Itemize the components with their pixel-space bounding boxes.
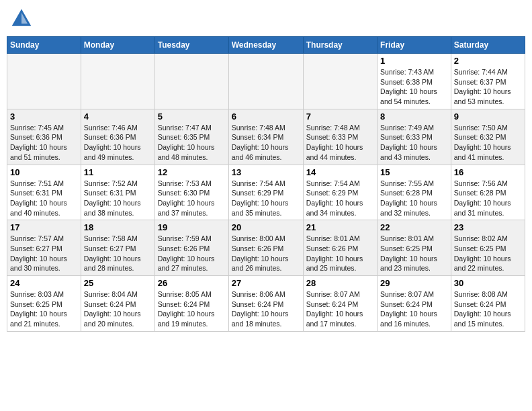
calendar-cell bbox=[154, 54, 228, 109]
day-number: 25 bbox=[84, 278, 152, 288]
day-number: 14 bbox=[306, 167, 374, 177]
weekday-header: Wednesday bbox=[228, 37, 303, 54]
day-number: 13 bbox=[232, 167, 300, 177]
day-info: Sunrise: 8:01 AMSunset: 6:25 PMDaylight:… bbox=[380, 234, 448, 273]
calendar-cell: 26Sunrise: 8:05 AMSunset: 6:24 PMDayligh… bbox=[154, 276, 228, 332]
day-number: 21 bbox=[306, 222, 374, 232]
day-number: 16 bbox=[454, 167, 522, 177]
day-info: Sunrise: 7:56 AMSunset: 6:28 PMDaylight:… bbox=[454, 179, 522, 218]
day-number: 5 bbox=[158, 111, 226, 122]
day-number: 6 bbox=[232, 111, 300, 122]
day-number: 10 bbox=[10, 167, 78, 177]
day-number: 17 bbox=[10, 222, 78, 232]
day-number: 4 bbox=[84, 111, 152, 122]
calendar-cell bbox=[81, 54, 154, 109]
day-info: Sunrise: 7:48 AMSunset: 6:33 PMDaylight:… bbox=[306, 123, 374, 163]
calendar-cell: 4Sunrise: 7:46 AMSunset: 6:36 PMDaylight… bbox=[81, 109, 154, 165]
calendar-cell: 25Sunrise: 8:04 AMSunset: 6:24 PMDayligh… bbox=[81, 276, 154, 332]
calendar-cell: 7Sunrise: 7:48 AMSunset: 6:33 PMDaylight… bbox=[303, 109, 377, 165]
calendar-cell: 30Sunrise: 8:08 AMSunset: 6:24 PMDayligh… bbox=[451, 276, 525, 332]
day-info: Sunrise: 7:54 AMSunset: 6:29 PMDaylight:… bbox=[232, 179, 300, 218]
calendar-week-row: 3Sunrise: 7:45 AMSunset: 6:36 PMDaylight… bbox=[7, 109, 525, 165]
calendar-week-row: 1Sunrise: 7:43 AMSunset: 6:38 PMDaylight… bbox=[7, 54, 525, 109]
calendar-cell: 18Sunrise: 7:58 AMSunset: 6:27 PMDayligh… bbox=[81, 220, 154, 276]
calendar-cell bbox=[303, 54, 377, 109]
day-number: 20 bbox=[232, 222, 300, 232]
day-info: Sunrise: 7:50 AMSunset: 6:32 PMDaylight:… bbox=[454, 123, 522, 163]
calendar-cell: 10Sunrise: 7:51 AMSunset: 6:31 PMDayligh… bbox=[7, 165, 81, 220]
day-number: 9 bbox=[454, 111, 522, 122]
calendar-cell: 23Sunrise: 8:02 AMSunset: 6:25 PMDayligh… bbox=[451, 220, 525, 276]
calendar-cell: 6Sunrise: 7:48 AMSunset: 6:34 PMDaylight… bbox=[228, 109, 303, 165]
day-info: Sunrise: 7:54 AMSunset: 6:29 PMDaylight:… bbox=[306, 179, 374, 218]
calendar-cell bbox=[7, 54, 81, 109]
day-info: Sunrise: 7:52 AMSunset: 6:31 PMDaylight:… bbox=[84, 179, 152, 218]
calendar-cell: 8Sunrise: 7:49 AMSunset: 6:33 PMDaylight… bbox=[378, 109, 451, 165]
day-info: Sunrise: 8:00 AMSunset: 6:26 PMDaylight:… bbox=[232, 234, 300, 273]
day-number: 28 bbox=[306, 278, 374, 288]
day-number: 22 bbox=[380, 222, 448, 232]
logo-icon bbox=[9, 7, 34, 31]
calendar-table: SundayMondayTuesdayWednesdayThursdayFrid… bbox=[7, 36, 525, 332]
day-info: Sunrise: 8:04 AMSunset: 6:24 PMDaylight:… bbox=[84, 289, 152, 329]
calendar-cell: 22Sunrise: 8:01 AMSunset: 6:25 PMDayligh… bbox=[378, 220, 451, 276]
day-info: Sunrise: 7:53 AMSunset: 6:30 PMDaylight:… bbox=[158, 179, 226, 218]
day-number: 27 bbox=[232, 278, 300, 288]
day-info: Sunrise: 8:06 AMSunset: 6:24 PMDaylight:… bbox=[232, 289, 300, 329]
day-info: Sunrise: 7:44 AMSunset: 6:37 PMDaylight:… bbox=[454, 67, 522, 107]
day-number: 30 bbox=[454, 278, 522, 288]
day-info: Sunrise: 7:49 AMSunset: 6:33 PMDaylight:… bbox=[380, 123, 448, 163]
day-info: Sunrise: 7:43 AMSunset: 6:38 PMDaylight:… bbox=[380, 67, 448, 107]
calendar-cell: 27Sunrise: 8:06 AMSunset: 6:24 PMDayligh… bbox=[228, 276, 303, 332]
logo bbox=[9, 7, 36, 31]
calendar-cell: 13Sunrise: 7:54 AMSunset: 6:29 PMDayligh… bbox=[228, 165, 303, 220]
weekday-header: Sunday bbox=[7, 37, 81, 54]
day-number: 3 bbox=[10, 111, 78, 122]
page-header bbox=[7, 7, 525, 31]
calendar-cell: 20Sunrise: 8:00 AMSunset: 6:26 PMDayligh… bbox=[228, 220, 303, 276]
calendar-week-row: 24Sunrise: 8:03 AMSunset: 6:25 PMDayligh… bbox=[7, 276, 525, 332]
calendar-cell: 1Sunrise: 7:43 AMSunset: 6:38 PMDaylight… bbox=[378, 54, 451, 109]
day-info: Sunrise: 8:07 AMSunset: 6:24 PMDaylight:… bbox=[306, 289, 374, 329]
weekday-header: Friday bbox=[378, 37, 451, 54]
calendar-cell: 15Sunrise: 7:55 AMSunset: 6:28 PMDayligh… bbox=[378, 165, 451, 220]
calendar-cell: 9Sunrise: 7:50 AMSunset: 6:32 PMDaylight… bbox=[451, 109, 525, 165]
calendar-cell: 2Sunrise: 7:44 AMSunset: 6:37 PMDaylight… bbox=[451, 54, 525, 109]
day-info: Sunrise: 7:59 AMSunset: 6:26 PMDaylight:… bbox=[158, 234, 226, 273]
weekday-header: Thursday bbox=[303, 37, 377, 54]
calendar-cell: 5Sunrise: 7:47 AMSunset: 6:35 PMDaylight… bbox=[154, 109, 228, 165]
weekday-header: Monday bbox=[81, 37, 154, 54]
day-info: Sunrise: 7:46 AMSunset: 6:36 PMDaylight:… bbox=[84, 123, 152, 163]
calendar-cell: 17Sunrise: 7:57 AMSunset: 6:27 PMDayligh… bbox=[7, 220, 81, 276]
day-info: Sunrise: 8:05 AMSunset: 6:24 PMDaylight:… bbox=[158, 289, 226, 329]
calendar-cell: 14Sunrise: 7:54 AMSunset: 6:29 PMDayligh… bbox=[303, 165, 377, 220]
day-info: Sunrise: 7:58 AMSunset: 6:27 PMDaylight:… bbox=[84, 234, 152, 273]
weekday-header: Tuesday bbox=[154, 37, 228, 54]
day-number: 18 bbox=[84, 222, 152, 232]
calendar-cell: 16Sunrise: 7:56 AMSunset: 6:28 PMDayligh… bbox=[451, 165, 525, 220]
day-number: 12 bbox=[158, 167, 226, 177]
day-info: Sunrise: 7:55 AMSunset: 6:28 PMDaylight:… bbox=[380, 179, 448, 218]
calendar-header-row: SundayMondayTuesdayWednesdayThursdayFrid… bbox=[7, 37, 525, 54]
calendar-cell: 21Sunrise: 8:01 AMSunset: 6:26 PMDayligh… bbox=[303, 220, 377, 276]
day-info: Sunrise: 7:48 AMSunset: 6:34 PMDaylight:… bbox=[232, 123, 300, 163]
day-info: Sunrise: 8:07 AMSunset: 6:24 PMDaylight:… bbox=[380, 289, 448, 329]
day-info: Sunrise: 7:51 AMSunset: 6:31 PMDaylight:… bbox=[10, 179, 78, 218]
day-info: Sunrise: 8:02 AMSunset: 6:25 PMDaylight:… bbox=[454, 234, 522, 273]
calendar-week-row: 10Sunrise: 7:51 AMSunset: 6:31 PMDayligh… bbox=[7, 165, 525, 220]
day-info: Sunrise: 8:08 AMSunset: 6:24 PMDaylight:… bbox=[454, 289, 522, 329]
day-number: 8 bbox=[380, 111, 448, 122]
calendar-cell: 19Sunrise: 7:59 AMSunset: 6:26 PMDayligh… bbox=[154, 220, 228, 276]
day-number: 29 bbox=[380, 278, 448, 288]
day-info: Sunrise: 8:01 AMSunset: 6:26 PMDaylight:… bbox=[306, 234, 374, 273]
day-info: Sunrise: 8:03 AMSunset: 6:25 PMDaylight:… bbox=[10, 289, 78, 329]
calendar-cell: 3Sunrise: 7:45 AMSunset: 6:36 PMDaylight… bbox=[7, 109, 81, 165]
day-number: 24 bbox=[10, 278, 78, 288]
day-info: Sunrise: 7:47 AMSunset: 6:35 PMDaylight:… bbox=[158, 123, 226, 163]
day-info: Sunrise: 7:57 AMSunset: 6:27 PMDaylight:… bbox=[10, 234, 78, 273]
day-number: 15 bbox=[380, 167, 448, 177]
weekday-header: Saturday bbox=[451, 37, 525, 54]
calendar-cell: 29Sunrise: 8:07 AMSunset: 6:24 PMDayligh… bbox=[378, 276, 451, 332]
day-number: 19 bbox=[158, 222, 226, 232]
calendar-cell bbox=[228, 54, 303, 109]
